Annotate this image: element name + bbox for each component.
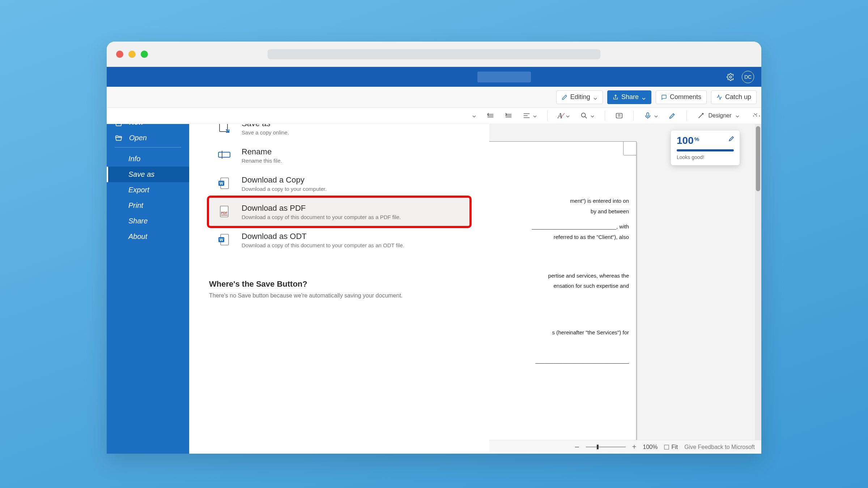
nav-open-label: Open: [129, 134, 147, 142]
nav-export[interactable]: Export: [107, 182, 189, 198]
app-header: DC: [107, 67, 761, 87]
option-subtitle: Download a copy of this document to your…: [242, 214, 401, 220]
doc-line: by and between: [471, 206, 629, 217]
option-download-copy[interactable]: W Download a Copy Download a copy to you…: [209, 170, 469, 198]
editor-score-value: 100: [677, 135, 694, 146]
zoom-slider[interactable]: [586, 446, 626, 448]
option-title: Download as PDF: [242, 204, 401, 213]
nav-print[interactable]: Print: [107, 198, 189, 213]
svg-rect-16: [664, 445, 669, 449]
document-canvas: ment") is entered into on by and between…: [470, 127, 750, 436]
panel-footer-text: There's no Save button because we're aut…: [209, 292, 469, 299]
scrollbar-thumb[interactable]: [756, 126, 760, 191]
styles-menu[interactable]: A⁄: [558, 112, 570, 120]
editor-pen-icon: [728, 135, 735, 144]
rename-icon: [217, 148, 231, 162]
zoom-in-icon[interactable]: +: [632, 443, 637, 451]
option-title: Download as ODT: [242, 232, 404, 241]
app-window: DC Editing Share Comments Catch up: [107, 42, 761, 454]
option-subtitle: Save a copy online.: [242, 129, 289, 136]
nav-share-label: Share: [128, 217, 148, 225]
editor-score-bar: [677, 149, 734, 151]
option-subtitle: Download a copy of this document to your…: [242, 242, 404, 248]
chevron-down-icon: [590, 114, 595, 118]
comments-button[interactable]: Comments: [656, 90, 707, 104]
share-button[interactable]: Share: [607, 90, 651, 104]
ruler-tab[interactable]: [623, 141, 637, 155]
dictate-menu[interactable]: [644, 112, 658, 120]
doc-line: ensation for such expertise and: [471, 281, 629, 291]
doc-line: referred to as the "Client"), also: [471, 232, 629, 243]
divider: [686, 111, 687, 121]
nav-divider: [115, 147, 181, 147]
nav-share[interactable]: Share: [107, 213, 189, 229]
save-as-icon: [217, 124, 231, 134]
divider: [633, 111, 634, 121]
share-icon: [613, 94, 618, 100]
svg-rect-3: [647, 113, 649, 116]
editor-score: 100%: [677, 135, 734, 146]
nav-info[interactable]: Info: [107, 151, 189, 167]
doc-line: _______________________________: [471, 356, 629, 366]
settings-icon[interactable]: [727, 73, 735, 81]
reading-view-icon[interactable]: [615, 112, 623, 120]
doc-line: s (hereinafter "the Services") for: [471, 328, 629, 338]
nav-save-as[interactable]: Save as: [107, 167, 189, 182]
option-rename[interactable]: Rename Rename this file.: [209, 141, 469, 170]
window-close-dot[interactable]: [116, 51, 123, 58]
nav-open[interactable]: Open: [107, 130, 189, 146]
doc-line: pertise and services, whereas the: [471, 271, 629, 281]
indent-increase-icon[interactable]: [505, 112, 512, 120]
checkbox-icon: [664, 445, 669, 450]
folder-open-icon: [115, 134, 123, 142]
document-title-field[interactable]: [477, 72, 531, 82]
align-menu[interactable]: [523, 112, 537, 120]
fit-label: Fit: [671, 444, 678, 450]
chevron-down-icon: [642, 95, 646, 99]
workspace: Close Home New Open Info Save as Export …: [107, 124, 761, 454]
zoom-out-icon[interactable]: −: [575, 442, 579, 452]
catch-up-button[interactable]: Catch up: [711, 90, 757, 104]
vertical-scrollbar[interactable]: [755, 124, 761, 440]
chevron-down-icon[interactable]: [472, 114, 476, 118]
editor-score-unit: %: [694, 136, 699, 142]
ribbon-collapse-icon[interactable]: [753, 111, 758, 116]
word-file-icon: W: [217, 176, 231, 191]
option-download-odt[interactable]: W Download as ODT Download a copy of thi…: [209, 226, 469, 254]
indent-decrease-icon[interactable]: [486, 112, 494, 120]
zoom-level[interactable]: 100%: [643, 444, 658, 450]
designer-label: Designer: [709, 112, 732, 119]
nav-save-as-label: Save as: [128, 170, 154, 179]
nav-about[interactable]: About: [107, 229, 189, 244]
nav-about-label: About: [128, 232, 147, 241]
svg-text:PDF: PDF: [221, 211, 228, 215]
option-text: Download as ODT Download a copy of this …: [242, 232, 404, 248]
pencil-icon: [562, 94, 567, 100]
nav-new[interactable]: New: [107, 124, 189, 130]
doc-line: ____________________________, with: [471, 222, 629, 232]
option-download-pdf[interactable]: PDF Download as PDF Download a copy of t…: [209, 198, 469, 226]
doc-line: ment") is entered into on: [471, 196, 629, 206]
window-minimize-dot[interactable]: [128, 51, 136, 58]
user-avatar[interactable]: DC: [742, 71, 754, 83]
designer-button[interactable]: Designer: [697, 112, 740, 120]
fit-toggle[interactable]: Fit: [664, 444, 678, 450]
window-zoom-dot[interactable]: [141, 51, 148, 58]
titlebar: [107, 42, 761, 67]
editing-label: Editing: [570, 93, 590, 101]
editing-mode-button[interactable]: Editing: [556, 90, 603, 104]
editor-score-msg: Looks good!: [677, 154, 734, 160]
option-title: Save as: [242, 124, 289, 128]
find-menu[interactable]: [580, 112, 595, 120]
editor-icon[interactable]: [668, 112, 676, 120]
editor-score-badge[interactable]: 100% Looks good!: [671, 130, 740, 165]
odt-file-icon: W: [217, 232, 231, 247]
chevron-down-icon: [593, 95, 597, 99]
feedback-link[interactable]: Give Feedback to Microsoft: [684, 444, 755, 450]
option-save-as[interactable]: Save as Save a copy online.: [209, 124, 469, 141]
zoom-slider-thumb[interactable]: [597, 445, 599, 449]
svg-rect-6: [218, 152, 230, 157]
styles-icon: A⁄: [558, 112, 563, 120]
document-page[interactable]: ment") is entered into on by and between…: [470, 141, 637, 441]
browser-tab-placeholder: [268, 49, 600, 59]
